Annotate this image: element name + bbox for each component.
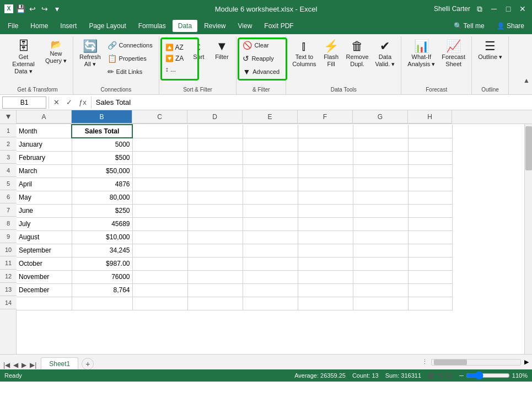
cell-F6[interactable]: [298, 191, 353, 204]
cell-E13[interactable]: [243, 283, 298, 297]
cell-C14[interactable]: [132, 297, 187, 310]
vertical-scroll-thumb[interactable]: [525, 126, 532, 170]
cell-G5[interactable]: [353, 178, 408, 191]
cell-G10[interactable]: [353, 244, 408, 257]
text-to-columns-button[interactable]: ⫿ Text toColumns: [289, 39, 319, 78]
cell-C5[interactable]: [132, 178, 187, 191]
cell-C10[interactable]: [132, 244, 187, 257]
properties-button[interactable]: 📋 Properties: [105, 53, 155, 64]
menu-home[interactable]: Home: [25, 20, 53, 32]
row-num-13[interactable]: 13: [0, 283, 17, 296]
menu-data[interactable]: Data: [173, 20, 197, 32]
cell-F10[interactable]: [298, 244, 353, 257]
col-header-H[interactable]: H: [408, 110, 452, 124]
cell-E14[interactable]: [243, 297, 298, 310]
cell-F5[interactable]: [298, 178, 353, 191]
cell-E9[interactable]: [243, 230, 298, 244]
cell-B5[interactable]: 4876: [72, 178, 132, 191]
save-icon[interactable]: 💾: [15, 4, 25, 14]
cell-G14[interactable]: [353, 297, 408, 310]
cell-G6[interactable]: [353, 191, 408, 204]
cell-A1[interactable]: Month: [17, 125, 72, 138]
cell-H6[interactable]: [408, 191, 452, 204]
row-num-7[interactable]: 7: [0, 203, 17, 217]
cell-A9[interactable]: August: [17, 230, 72, 244]
cell-E4[interactable]: [243, 164, 298, 178]
zoom-slider[interactable]: [466, 371, 510, 380]
cell-D9[interactable]: [187, 230, 243, 244]
cell-E8[interactable]: [243, 217, 298, 230]
cell-B4[interactable]: $50,000: [72, 164, 132, 178]
clear-button[interactable]: 🚫 Clear: [240, 40, 282, 51]
cell-D5[interactable]: [187, 178, 243, 191]
tab-prev-icon[interactable]: ◀: [12, 360, 19, 370]
page-break-view-icon[interactable]: ⊟: [446, 371, 453, 380]
menu-view[interactable]: View: [233, 20, 258, 32]
remove-duplicates-button[interactable]: 🗑 RemoveDupl.: [343, 39, 372, 78]
cell-D14[interactable]: [187, 297, 243, 310]
row-num-10[interactable]: 10: [0, 243, 17, 256]
maximize-icon[interactable]: □: [503, 4, 513, 14]
cell-E6[interactable]: [243, 191, 298, 204]
vertical-scrollbar[interactable]: [524, 124, 532, 354]
sort-za-button[interactable]: 🔽 ZA: [163, 53, 187, 63]
row-num-12[interactable]: 12: [0, 270, 17, 283]
insert-function-icon[interactable]: ƒx: [77, 98, 89, 106]
outline-button[interactable]: ☰ Outline ▾: [475, 39, 505, 78]
cell-F2[interactable]: [298, 138, 353, 151]
menu-formulas[interactable]: Formulas: [133, 20, 171, 32]
cell-F11[interactable]: [298, 257, 353, 270]
cell-B3[interactable]: $500: [72, 151, 132, 164]
cell-H11[interactable]: [408, 257, 452, 270]
cell-C12[interactable]: [132, 270, 187, 283]
cell-A2[interactable]: January: [17, 138, 72, 151]
cell-F7[interactable]: [298, 204, 353, 217]
cell-D3[interactable]: [187, 151, 243, 164]
cell-H5[interactable]: [408, 178, 452, 191]
col-header-D[interactable]: D: [187, 110, 243, 124]
col-header-B[interactable]: B: [72, 110, 132, 124]
row-num-9[interactable]: 9: [0, 230, 17, 243]
minimize-icon[interactable]: ─: [489, 4, 499, 14]
row-num-3[interactable]: 3: [0, 151, 17, 164]
cell-D8[interactable]: [187, 217, 243, 230]
restore-down-icon[interactable]: ⧉: [475, 4, 485, 14]
cell-D6[interactable]: [187, 191, 243, 204]
cell-C13[interactable]: [132, 283, 187, 297]
cell-B10[interactable]: 34,245: [72, 244, 132, 257]
new-query-button[interactable]: 📂 NewQuery ▾: [42, 39, 69, 78]
sort-az-button[interactable]: 🔼 AZ: [163, 42, 187, 52]
cell-G12[interactable]: [353, 270, 408, 283]
cell-B7[interactable]: $250: [72, 204, 132, 217]
cell-A13[interactable]: December: [17, 283, 72, 297]
cell-D12[interactable]: [187, 270, 243, 283]
filter-button[interactable]: ▼ Filter: [211, 39, 233, 78]
cell-F1[interactable]: [298, 125, 353, 138]
cell-A12[interactable]: November: [17, 270, 72, 283]
col-header-A[interactable]: A: [17, 110, 72, 124]
sort-custom-button[interactable]: ↕ ...: [163, 65, 187, 74]
cell-C4[interactable]: [132, 164, 187, 178]
cell-G2[interactable]: [353, 138, 408, 151]
cell-G4[interactable]: [353, 164, 408, 178]
cell-H10[interactable]: [408, 244, 452, 257]
cell-reference-box[interactable]: [2, 96, 46, 109]
cell-D11[interactable]: [187, 257, 243, 270]
cell-D1[interactable]: [187, 125, 243, 138]
cell-F8[interactable]: [298, 217, 353, 230]
col-header-G[interactable]: G: [353, 110, 408, 124]
reapply-button[interactable]: ↺ Reapply: [240, 53, 282, 64]
cell-D4[interactable]: [187, 164, 243, 178]
cell-H14[interactable]: [408, 297, 452, 310]
cell-H9[interactable]: [408, 230, 452, 244]
cell-H8[interactable]: [408, 217, 452, 230]
scroll-arrow-right[interactable]: ▶: [524, 358, 529, 366]
refresh-all-button[interactable]: 🔄 RefreshAll ▾: [77, 39, 104, 78]
select-all-button[interactable]: [0, 110, 17, 124]
cell-C9[interactable]: [132, 230, 187, 244]
close-icon[interactable]: ✕: [518, 4, 528, 14]
menu-foxit[interactable]: Foxit PDF: [259, 20, 299, 32]
confirm-formula-icon[interactable]: ✓: [64, 98, 74, 106]
row-num-11[interactable]: 11: [0, 256, 17, 270]
formula-input[interactable]: [94, 96, 530, 109]
